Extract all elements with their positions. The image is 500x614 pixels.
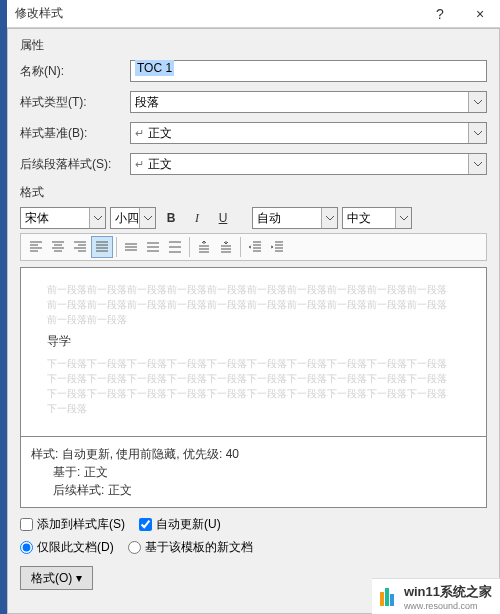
base-label: 样式基准(B): xyxy=(20,125,130,142)
align-justify-button[interactable] xyxy=(91,236,113,258)
follow-label: 后续段落样式(S): xyxy=(20,156,130,173)
preview-gray-line: 前一段落前一段落 xyxy=(47,312,460,327)
separator xyxy=(189,237,190,257)
font-toolbar: 宋体 小四 B I U 自动 中文 xyxy=(20,207,487,229)
separator xyxy=(116,237,117,257)
align-left-button[interactable] xyxy=(25,236,47,258)
section-properties-label: 属性 xyxy=(20,37,487,54)
checkbox-input[interactable] xyxy=(139,518,152,531)
preview-gray-line: 下一段落下一段落下一段落下一段落下一段落下一段落下一段落下一段落下一段落下一段落 xyxy=(47,386,460,401)
preview-main-line: 导学 xyxy=(47,333,460,350)
decrease-indent-button[interactable] xyxy=(244,236,266,258)
titlebar-title: 修改样式 xyxy=(15,5,420,22)
style-info: 样式: 自动更新, 使用前隐藏, 优先级: 40 基于: 正文 后续样式: 正文 xyxy=(20,437,487,508)
type-label: 样式类型(T): xyxy=(20,94,130,111)
font-family-select[interactable]: 宋体 xyxy=(20,207,106,229)
align-center-button[interactable] xyxy=(47,236,69,258)
chevron-down-icon xyxy=(468,92,486,112)
follow-style-select[interactable]: ↵ 正文 xyxy=(130,153,487,175)
underline-button[interactable]: U xyxy=(212,207,234,229)
section-format-label: 格式 xyxy=(20,184,487,201)
pilcrow-icon: ↵ xyxy=(135,158,144,171)
spacing-1-button[interactable] xyxy=(120,236,142,258)
checkbox-input[interactable] xyxy=(20,518,33,531)
increase-space-before-button[interactable] xyxy=(193,236,215,258)
pilcrow-icon: ↵ xyxy=(135,127,144,140)
watermark-sub: www.resound.com xyxy=(404,601,492,611)
align-right-button[interactable] xyxy=(69,236,91,258)
spacing-2-button[interactable] xyxy=(164,236,186,258)
chevron-down-icon: ▾ xyxy=(76,571,82,585)
format-dropdown-button[interactable]: 格式(O) ▾ xyxy=(20,566,93,590)
name-label: 名称(N): xyxy=(20,63,130,80)
spacing-15-button[interactable] xyxy=(142,236,164,258)
close-button[interactable]: × xyxy=(460,0,500,28)
radio-input[interactable] xyxy=(128,541,141,554)
chevron-down-icon xyxy=(89,208,105,228)
checkbox-row: 添加到样式库(S) 自动更新(U) xyxy=(20,516,487,533)
watermark-logo-icon xyxy=(380,588,398,606)
font-color-select[interactable]: 自动 xyxy=(252,207,338,229)
chevron-down-icon xyxy=(321,208,337,228)
help-button[interactable]: ? xyxy=(420,0,460,28)
preview-gray-line: 前一段落前一段落前一段落前一段落前一段落前一段落前一段落前一段落前一段落前一段落 xyxy=(47,282,460,297)
chevron-down-icon xyxy=(395,208,411,228)
increase-indent-button[interactable] xyxy=(266,236,288,258)
preview-gray-line: 前一段落前一段落前一段落前一段落前一段落前一段落前一段落前一段落前一段落前一段落 xyxy=(47,297,460,312)
info-line: 后续样式: 正文 xyxy=(53,481,476,499)
style-type-select[interactable]: 段落 xyxy=(130,91,487,113)
titlebar: 修改样式 ? × xyxy=(7,0,500,28)
preview-gray-line: 下一段落下一段落下一段落下一段落下一段落下一段落下一段落下一段落下一段落下一段落 xyxy=(47,371,460,386)
preview-gray-line: 下一段落 xyxy=(47,401,460,416)
auto-update-checkbox[interactable]: 自动更新(U) xyxy=(139,516,221,533)
italic-button[interactable]: I xyxy=(186,207,208,229)
name-input[interactable]: TOC 1 xyxy=(130,60,487,82)
preview-gray-line: 下一段落下一段落下一段落下一段落下一段落下一段落下一段落下一段落下一段落下一段落 xyxy=(47,356,460,371)
decrease-space-before-button[interactable] xyxy=(215,236,237,258)
separator xyxy=(240,237,241,257)
chevron-down-icon xyxy=(468,123,486,143)
radio-row: 仅限此文档(D) 基于该模板的新文档 xyxy=(20,539,487,556)
chevron-down-icon xyxy=(139,208,155,228)
radio-input[interactable] xyxy=(20,541,33,554)
this-doc-radio[interactable]: 仅限此文档(D) xyxy=(20,539,114,556)
paragraph-toolbar xyxy=(20,233,487,261)
app-left-strip xyxy=(0,0,7,614)
watermark: win11系统之家 www.resound.com xyxy=(372,578,500,614)
template-radio[interactable]: 基于该模板的新文档 xyxy=(128,539,253,556)
chevron-down-icon xyxy=(468,154,486,174)
watermark-text: win11系统之家 xyxy=(404,583,492,601)
modify-style-dialog: 属性 名称(N): TOC 1 样式类型(T): 段落 样式基准(B): ↵ 正… xyxy=(7,28,500,614)
font-size-select[interactable]: 小四 xyxy=(110,207,156,229)
bold-button[interactable]: B xyxy=(160,207,182,229)
lang-select[interactable]: 中文 xyxy=(342,207,412,229)
info-line: 样式: 自动更新, 使用前隐藏, 优先级: 40 xyxy=(31,445,476,463)
info-line: 基于: 正文 xyxy=(53,463,476,481)
add-to-gallery-checkbox[interactable]: 添加到样式库(S) xyxy=(20,516,125,533)
style-preview: 前一段落前一段落前一段落前一段落前一段落前一段落前一段落前一段落前一段落前一段落… xyxy=(20,267,487,437)
style-base-select[interactable]: ↵ 正文 xyxy=(130,122,487,144)
